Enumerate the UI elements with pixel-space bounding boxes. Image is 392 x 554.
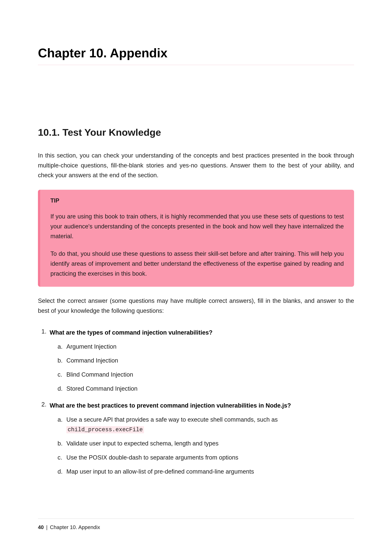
answer-item: Use a secure API that provides a safe wa… [57, 415, 354, 434]
chapter-title: Chapter 10. Appendix [38, 46, 354, 65]
footer-separator: | [45, 524, 49, 530]
question-item: What are the types of command injection … [38, 328, 354, 394]
answer-item: Command Injection [57, 356, 354, 365]
section-intro: In this section, you can check your unde… [38, 151, 354, 180]
answer-item: Validate user input to expected schema, … [57, 439, 354, 448]
tip-paragraph: If you are using this book to train othe… [50, 212, 344, 241]
answer-item: Argument Injection [57, 342, 354, 352]
answers-list: Use a secure API that provides a safe wa… [50, 415, 354, 477]
tip-callout: TIP If you are using this book to train … [38, 190, 354, 287]
instruction-text: Select the correct answer (some question… [38, 296, 354, 316]
code-snippet: child_process.execFile [66, 426, 144, 433]
question-item: What are the best practices to prevent c… [38, 401, 354, 477]
page-container: Chapter 10. Appendix 10.1. Test Your Kno… [0, 0, 392, 554]
tip-label: TIP [50, 197, 344, 204]
footer-page-number: 40 [38, 524, 44, 530]
section-title: 10.1. Test Your Knowledge [38, 127, 354, 138]
answer-item: Map user input to an allow-list of pre-d… [57, 467, 354, 477]
question-text: What are the types of command injection … [50, 328, 354, 337]
footer-chapter-label: Chapter 10. Appendix [50, 524, 100, 530]
page-footer: 40 | Chapter 10. Appendix [38, 519, 354, 530]
answer-item: Use the POSIX double-dash to separate ar… [57, 453, 354, 462]
questions-list: What are the types of command injection … [38, 328, 354, 477]
answers-list: Argument Injection Command Injection Bli… [50, 342, 354, 394]
answer-item: Blind Command Injection [57, 370, 354, 380]
answer-text: Use a secure API that provides a safe wa… [66, 416, 278, 423]
answer-item: Stored Command Injection [57, 384, 354, 394]
question-text: What are the best practices to prevent c… [50, 401, 354, 410]
tip-paragraph: To do that, you should use these questio… [50, 249, 344, 278]
